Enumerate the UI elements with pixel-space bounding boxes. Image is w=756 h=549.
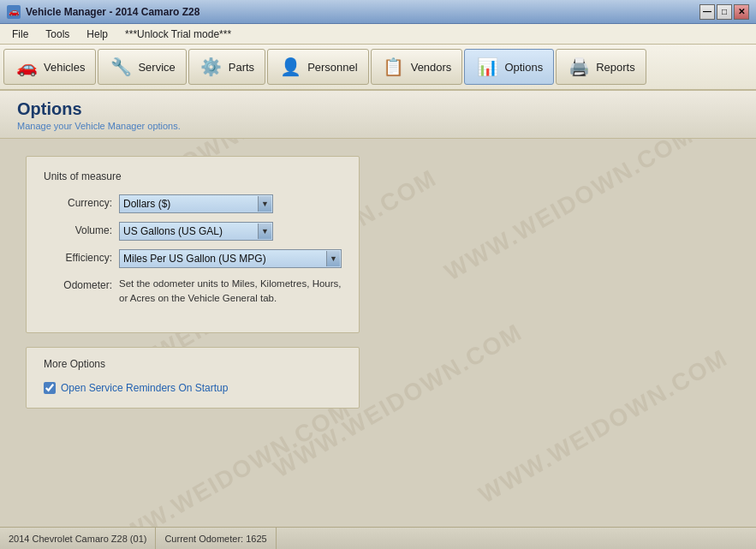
volume-label: Volume: — [44, 222, 112, 236]
window-controls: — □ ✕ — [699, 4, 749, 20]
checkbox-row: Open Service Reminders On Startup — [44, 382, 342, 394]
units-panel: Units of measure Currency: Dollars ($) E… — [26, 156, 360, 333]
toolbar-service[interactable]: 🔧 Service — [98, 49, 186, 85]
status-vehicle: 2014 Chevrolet Camaro Z28 (01) — [0, 528, 156, 549]
title-bar-left: 🚗 Vehicle Manager - 2014 Camaro Z28 — [7, 5, 199, 19]
minimize-button[interactable]: — — [699, 4, 715, 20]
reminders-label[interactable]: Open Service Reminders On Startup — [61, 382, 228, 394]
efficiency-select-wrapper[interactable]: Miles Per US Gallon (US MPG) Kilometres … — [119, 249, 342, 268]
toolbar-reports[interactable]: 🖨️ Reports — [556, 49, 646, 85]
vehicles-icon: 🚗 — [15, 55, 39, 79]
personnel-icon: 👤 — [278, 55, 302, 79]
toolbar-options[interactable]: 📊 Options — [464, 49, 554, 85]
currency-control: Dollars ($) Euros (€) British Pounds (£)… — [119, 194, 342, 213]
toolbar-vendors[interactable]: 📋 Vendors — [371, 49, 463, 85]
menu-tools[interactable]: Tools — [37, 27, 78, 42]
volume-select[interactable]: US Gallons (US GAL) Litres (L) Imperial … — [119, 222, 273, 241]
menu-file[interactable]: File — [3, 27, 37, 42]
units-section-title: Units of measure — [44, 170, 342, 182]
maximize-button[interactable]: □ — [717, 4, 732, 20]
toolbar-vehicles-label: Vehicles — [44, 61, 85, 74]
reminders-checkbox[interactable] — [44, 382, 56, 394]
volume-control: US Gallons (US GAL) Litres (L) Imperial … — [119, 222, 342, 241]
reports-icon: 🖨️ — [567, 55, 591, 79]
status-bar: 2014 Chevrolet Camaro Z28 (01) Current O… — [0, 527, 756, 549]
more-options-title: More Options — [44, 358, 342, 370]
page-header: Options Manage your Vehicle Manager opti… — [0, 91, 756, 139]
efficiency-label: Efficiency: — [44, 249, 112, 264]
menu-help[interactable]: Help — [78, 27, 116, 42]
options-area: Units of measure Currency: Dollars ($) E… — [0, 139, 756, 426]
toolbar-parts[interactable]: ⚙️ Parts — [188, 49, 265, 85]
efficiency-select[interactable]: Miles Per US Gallon (US MPG) Kilometres … — [119, 249, 342, 268]
currency-select[interactable]: Dollars ($) Euros (€) British Pounds (£) — [119, 194, 273, 213]
parts-icon: ⚙️ — [199, 55, 223, 79]
toolbar-vehicles[interactable]: 🚗 Vehicles — [3, 49, 96, 85]
odometer-text: Set the odometer units to Miles, Kilomet… — [119, 277, 342, 307]
toolbar-options-label: Options — [504, 61, 543, 74]
close-button[interactable]: ✕ — [734, 4, 749, 20]
options-icon: 📊 — [475, 55, 499, 79]
currency-row: Currency: Dollars ($) Euros (€) British … — [44, 194, 342, 213]
odometer-row: Odometer: Set the odometer units to Mile… — [44, 277, 342, 307]
reminders-checkbox-wrapper[interactable]: Open Service Reminders On Startup — [44, 382, 228, 394]
efficiency-control: Miles Per US Gallon (US MPG) Kilometres … — [119, 249, 342, 268]
app-icon: 🚗 — [7, 5, 21, 19]
volume-select-wrapper[interactable]: US Gallons (US GAL) Litres (L) Imperial … — [119, 222, 273, 241]
page-subtitle: Manage your Vehicle Manager options. — [17, 121, 739, 131]
service-icon: 🔧 — [109, 55, 133, 79]
more-options-panel: More Options Open Service Reminders On S… — [26, 347, 360, 409]
toolbar-reports-label: Reports — [596, 61, 635, 74]
toolbar-personnel[interactable]: 👤 Personnel — [267, 49, 369, 85]
efficiency-row: Efficiency: Miles Per US Gallon (US MPG)… — [44, 249, 342, 268]
main-content: WWW.WEIDOWN.COM WWW.WEIDOWN.COM WWW.WEID… — [0, 139, 756, 532]
toolbar-service-label: Service — [138, 61, 175, 74]
window-title: Vehicle Manager - 2014 Camaro Z28 — [26, 6, 199, 18]
odometer-control: Set the odometer units to Miles, Kilomet… — [119, 277, 342, 307]
toolbar-parts-label: Parts — [229, 61, 254, 74]
menu-bar: File Tools Help ***Unlock Trial mode*** — [0, 24, 756, 45]
toolbar: 🚗 Vehicles 🔧 Service ⚙️ Parts 👤 Personne… — [0, 45, 756, 91]
title-bar: 🚗 Vehicle Manager - 2014 Camaro Z28 — □ … — [0, 0, 756, 24]
page-title: Options — [17, 99, 739, 119]
vendors-icon: 📋 — [382, 55, 406, 79]
status-odometer: Current Odometer: 1625 — [156, 528, 276, 549]
toolbar-personnel-label: Personnel — [307, 61, 358, 74]
odometer-label: Odometer: — [44, 277, 112, 291]
menu-unlock-label: ***Unlock Trial mode*** — [116, 27, 240, 42]
volume-row: Volume: US Gallons (US GAL) Litres (L) I… — [44, 222, 342, 241]
currency-label: Currency: — [44, 194, 112, 209]
toolbar-vendors-label: Vendors — [411, 61, 452, 74]
currency-select-wrapper[interactable]: Dollars ($) Euros (€) British Pounds (£)… — [119, 194, 273, 213]
